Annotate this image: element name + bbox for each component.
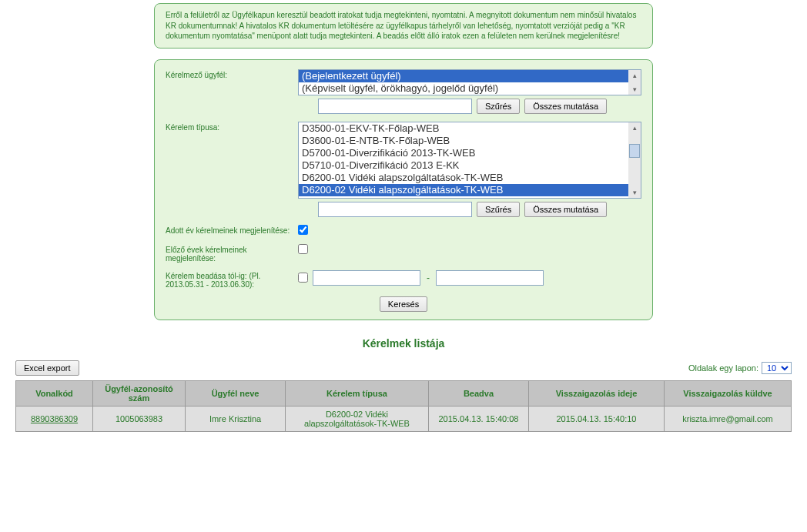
type-label: Kérelem típusa: <box>166 122 298 132</box>
table-row: 8890386309 1005063983 Imre Krisztina D62… <box>16 406 792 431</box>
pager-select[interactable]: 10 <box>762 362 792 374</box>
cell-ack-time: 2015.04.13. 15:40:10 <box>529 406 665 431</box>
customer-filter-input[interactable] <box>318 99 472 114</box>
cell-submitted: 2015.04.13. 15:40:08 <box>429 406 529 431</box>
date-range-label: Kérelem beadása tól-ig: (Pl. 2013.05.31 … <box>166 270 298 289</box>
scrollbar[interactable]: ▴ ▾ <box>628 70 641 95</box>
type-filter-input[interactable] <box>318 202 472 217</box>
scrollbar[interactable]: ▴ ▾ <box>628 122 641 198</box>
scroll-up-icon[interactable]: ▴ <box>633 72 637 79</box>
th-client-name[interactable]: Ügyfél neve <box>186 380 286 406</box>
customer-option-0[interactable]: (Bejelentkezett ügyfél) <box>299 70 628 82</box>
date-to-input[interactable] <box>436 270 544 286</box>
pager-label: Oldalak egy lapon: <box>688 363 758 373</box>
type-option-0[interactable]: D3500-01-EKV-TK-Főlap-WEB <box>299 122 628 135</box>
current-year-checkbox[interactable] <box>298 225 308 235</box>
type-option-1[interactable]: D3600-01-E-NTB-TK-Főlap-WEB <box>299 135 628 147</box>
customer-label: Kérelmező ügyfél: <box>166 69 298 79</box>
list-title: Kérelmek listája <box>0 337 807 350</box>
results-table: Vonalkód Ügyfél-azonosító szám Ügyfél ne… <box>15 380 792 432</box>
current-year-label: Adott év kérelmeinek megjelenítése: <box>166 225 298 235</box>
customer-filter-button[interactable]: Szűrés <box>477 99 520 114</box>
excel-export-button[interactable]: Excel export <box>15 360 79 376</box>
cell-client-name: Imre Krisztina <box>186 406 286 431</box>
cell-client-id: 1005063983 <box>93 406 186 431</box>
cell-ack-sent: kriszta.imre@gmail.com <box>665 406 792 431</box>
customer-showall-button[interactable]: Összes mutatása <box>524 99 607 114</box>
table-header-row: Vonalkód Ügyfél-azonosító szám Ügyfél ne… <box>16 380 792 406</box>
search-panel: Kérelmező ügyfél: (Bejelentkezett ügyfél… <box>154 59 653 320</box>
prev-years-label: Előző évek kérelmeinek megjelenítése: <box>166 244 298 263</box>
info-banner: Erről a felületről az Ügyfélkapun keresz… <box>154 3 653 49</box>
scroll-thumb[interactable] <box>629 144 640 158</box>
th-ack-time[interactable]: Visszaigazolás ideje <box>529 380 665 406</box>
type-listbox[interactable]: D3500-01-EKV-TK-Főlap-WEB D3600-01-E-NTB… <box>298 122 641 199</box>
date-range-checkbox[interactable] <box>298 273 308 283</box>
customer-listbox[interactable]: (Bejelentkezett ügyfél) (Képviselt ügyfé… <box>298 69 641 95</box>
cell-req-type: D6200-02 Vidéki alapszolgáltatások-TK-WE… <box>286 406 429 431</box>
type-option-4[interactable]: D6200-01 Vidéki alapszolgáltatások-TK-WE… <box>299 172 628 184</box>
customer-option-1[interactable]: (Képviselt ügyfél, örökhagyó, jogelőd üg… <box>299 82 628 95</box>
type-showall-button[interactable]: Összes mutatása <box>524 202 607 217</box>
type-option-3[interactable]: D5710-01-Diverzifikáció 2013 E-KK <box>299 159 628 172</box>
type-option-2[interactable]: D5700-01-Diverzifikáció 2013-TK-WEB <box>299 147 628 159</box>
th-ack-sent[interactable]: Visszaigazolás küldve <box>665 380 792 406</box>
th-submitted[interactable]: Beadva <box>429 380 529 406</box>
search-button[interactable]: Keresés <box>380 296 427 312</box>
date-separator: - <box>425 273 431 283</box>
scroll-up-icon[interactable]: ▴ <box>633 124 637 132</box>
type-option-5[interactable]: D6200-02 Vidéki alapszolgáltatások-TK-WE… <box>299 184 628 196</box>
type-filter-button[interactable]: Szűrés <box>477 202 520 217</box>
scroll-down-icon[interactable]: ▾ <box>633 85 637 93</box>
date-from-input[interactable] <box>313 270 420 286</box>
prev-years-checkbox[interactable] <box>298 244 308 254</box>
th-client-id[interactable]: Ügyfél-azonosító szám <box>93 380 186 406</box>
scroll-down-icon[interactable]: ▾ <box>633 189 637 196</box>
th-barcode[interactable]: Vonalkód <box>16 380 93 406</box>
th-req-type[interactable]: Kérelem típusa <box>286 380 429 406</box>
barcode-link[interactable]: 8890386309 <box>31 414 78 423</box>
